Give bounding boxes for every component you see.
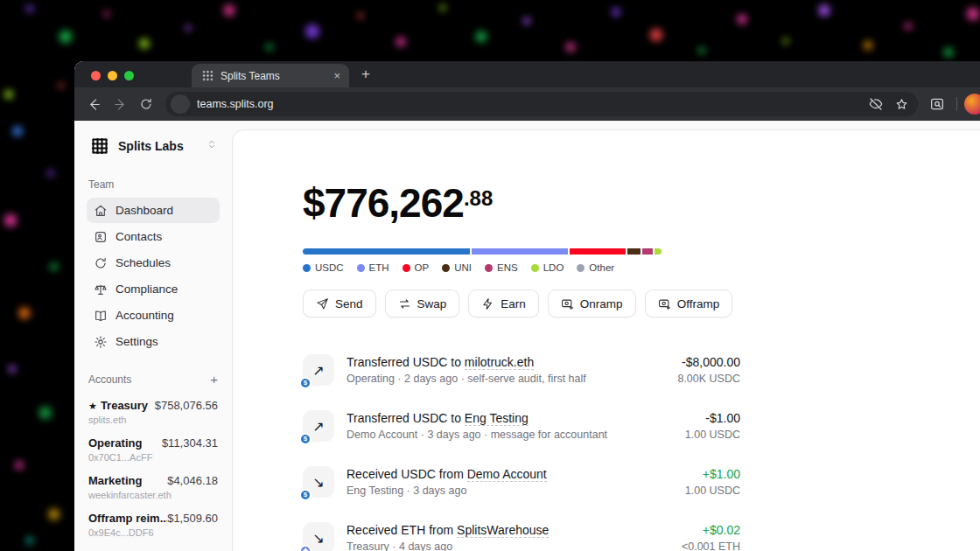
incoming-arrow-icon: ↘ ◆: [303, 522, 334, 551]
accounts-label: Accounts: [88, 373, 131, 386]
sender-link[interactable]: Demo Account: [467, 467, 547, 482]
transaction-title: Transferred USDC to Eng Testing: [346, 411, 673, 425]
tx-amount-token: <0.001 ETH: [682, 541, 740, 551]
extension-icon[interactable]: [964, 94, 980, 115]
legend-swatch: [485, 264, 493, 272]
transaction-meta: Operating · 2 days ago · self-serve audi…: [346, 373, 665, 385]
legend-item-other: Other: [577, 262, 614, 273]
onramp-button[interactable]: Onramp: [548, 289, 636, 317]
account-item-marketing[interactable]: Marketing $4,046.18 weekinfarcaster.eth: [87, 469, 220, 506]
swap-icon: [398, 297, 411, 310]
sidebar-item-compliance[interactable]: Compliance: [87, 276, 220, 302]
maximize-window-button[interactable]: [124, 71, 134, 80]
account-subtitle: splits.eth: [88, 415, 218, 425]
incoming-arrow-icon: ↘ $: [303, 466, 334, 498]
star-icon: ★: [88, 401, 97, 412]
account-item-treasury[interactable]: ★ Treasury $758,076.56 splits.eth: [87, 394, 220, 431]
account-value: $11,304.31: [162, 436, 218, 450]
team-name: Splits Labs: [118, 139, 199, 153]
legend-swatch: [531, 264, 539, 272]
account-item-operating[interactable]: Operating $11,304.31 0x70C1...AcFF: [87, 431, 220, 469]
browser-toolbar: teams.splits.org: [74, 87, 980, 121]
offramp-button[interactable]: Offramp: [645, 289, 733, 317]
chevron-up-down-icon: [206, 138, 218, 154]
address-bar[interactable]: teams.splits.org: [165, 92, 918, 116]
sidebar-item-label: Contacts: [116, 230, 162, 243]
legend-item-op: OP: [402, 262, 430, 273]
add-account-button[interactable]: +: [210, 372, 218, 387]
transaction-row[interactable]: ↗ $ Transferred USDC to Eng Testing Demo…: [303, 398, 740, 454]
usdc-token-icon: $: [299, 489, 312, 501]
account-name: Offramp reim...: [88, 512, 167, 525]
legend-swatch: [442, 264, 450, 272]
account-item-offramp-reimbursement[interactable]: Offramp reim... $1,509.60 0x9E4c...DDF6: [87, 506, 220, 544]
legend-item-uni: UNI: [442, 262, 472, 273]
allocation-segment-eth: [472, 248, 568, 255]
search-tabs-button[interactable]: [925, 92, 949, 116]
usdc-token-icon: $: [299, 377, 312, 389]
minimize-window-button[interactable]: [108, 71, 117, 80]
transaction-row[interactable]: ↘ $ Received USDC from Demo Account Eng …: [303, 454, 740, 510]
transaction-meta: Treasury · 4 days ago: [346, 541, 669, 551]
offramp-card-icon: [658, 297, 671, 310]
legend-label: ENS: [497, 262, 518, 273]
transaction-title: Received ETH from SplitsWarehouse: [346, 523, 669, 537]
recipient-link[interactable]: milotruck.eth: [465, 355, 534, 370]
new-tab-button[interactable]: +: [349, 66, 370, 87]
legend-item-ldo: LDO: [531, 262, 564, 273]
bookmark-star-icon[interactable]: [894, 97, 909, 112]
legend-label: LDO: [543, 262, 564, 273]
url-text[interactable]: teams.splits.org: [197, 98, 861, 110]
password-eye-off-icon[interactable]: [868, 96, 884, 112]
sidebar-item-schedules[interactable]: Schedules: [87, 250, 220, 276]
sidebar-item-contacts[interactable]: Contacts: [87, 224, 220, 249]
action-buttons: Send Swap Earn Onramp: [303, 289, 740, 317]
earn-button[interactable]: Earn: [468, 289, 539, 317]
account-subtitle: weekinfarcaster.eth: [88, 490, 218, 500]
swap-button[interactable]: Swap: [385, 289, 460, 317]
dashboard-panel: $776,262.88 USDC ETH OP UNI ENS LDO Othe…: [232, 129, 980, 551]
tx-amount: -$1.00: [685, 411, 740, 425]
team-switcher[interactable]: Splits Labs: [87, 133, 220, 159]
allocation-legend: USDC ETH OP UNI ENS LDO Other: [303, 262, 688, 273]
transaction-meta: Eng Testing · 3 days ago: [346, 485, 673, 497]
sidebar-item-label: Dashboard: [116, 204, 173, 217]
forward-arrow-icon: [113, 97, 128, 112]
forward-button[interactable]: [108, 92, 132, 116]
balance-cents: .88: [464, 186, 493, 210]
legend-swatch: [303, 264, 311, 272]
back-button[interactable]: [81, 92, 106, 116]
recipient-link[interactable]: Eng Testing: [465, 411, 528, 426]
transaction-row[interactable]: ↗ $ Transferred USDC to milotruck.eth Op…: [303, 342, 740, 398]
transaction-row[interactable]: ↘ ◆ Received ETH from SplitsWarehouse Tr…: [303, 510, 740, 551]
transaction-title: Transferred USDC to milotruck.eth: [346, 355, 665, 369]
allocation-segment-op: [570, 248, 626, 255]
legend-label: OP: [415, 262, 430, 273]
send-button[interactable]: Send: [303, 289, 376, 317]
account-item-eng-testing[interactable]: Eng Testing $261.00: [87, 544, 220, 551]
tab-close-icon[interactable]: ×: [332, 68, 342, 83]
tx-amount: +$1.00: [685, 467, 740, 481]
tune-icon: [175, 99, 186, 110]
window-controls: [74, 71, 150, 87]
close-window-button[interactable]: [91, 71, 101, 80]
allocation-segment-ens: [642, 248, 653, 255]
lightning-icon: [481, 297, 494, 310]
sidebar-item-label: Accounting: [116, 309, 174, 322]
tx-amount: +$0.02: [682, 523, 740, 537]
browser-tab-splits-teams[interactable]: Splits Teams ×: [192, 64, 349, 87]
sidebar-item-settings[interactable]: Settings: [87, 329, 220, 354]
sidebar-item-accounting[interactable]: Accounting: [87, 303, 220, 328]
splits-favicon-icon: [202, 70, 214, 81]
sidebar-item-dashboard[interactable]: Dashboard: [87, 198, 220, 223]
account-name: Operating: [88, 436, 142, 450]
refresh-icon: [94, 256, 108, 270]
account-name: Treasury: [101, 399, 148, 412]
onramp-card-icon: [561, 297, 574, 310]
sidebar-item-label: Compliance: [116, 282, 178, 296]
reload-button[interactable]: [134, 92, 158, 116]
site-settings-button[interactable]: [171, 94, 190, 114]
account-value: $1,509.60: [167, 512, 218, 525]
sender-link[interactable]: SplitsWarehouse: [457, 523, 549, 538]
legend-item-ens: ENS: [485, 262, 518, 273]
